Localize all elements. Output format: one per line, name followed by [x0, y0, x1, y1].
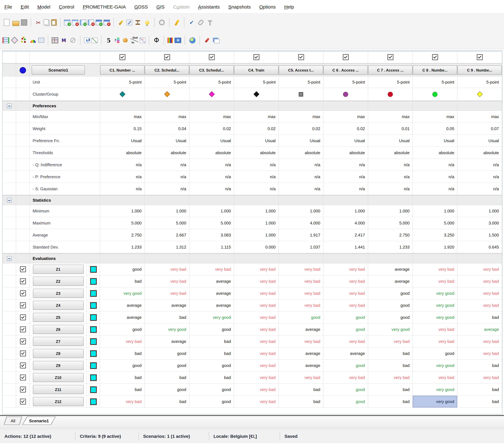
curve-icon[interactable]	[140, 37, 145, 43]
menu-item-promethee-gaia[interactable]: PROMETHEE-GAIA	[83, 4, 126, 9]
check-icon[interactable]	[188, 19, 196, 26]
gaia-diamond-icon[interactable]	[11, 36, 18, 44]
action-color-swatch-z4[interactable]	[90, 302, 96, 309]
criterion-header-c7[interactable]: C 7 . Access ...	[368, 66, 413, 75]
unit-cell-c7[interactable]: 5-point	[368, 77, 413, 88]
action-checkbox-z4[interactable]	[20, 302, 26, 308]
action-checkbox-z2[interactable]	[20, 278, 26, 284]
evaluation-cell-z8-c2[interactable]: good	[145, 348, 189, 360]
evaluation-cell-z3-c3[interactable]: average	[189, 288, 234, 299]
action-checkbox-z11[interactable]	[20, 387, 26, 393]
action-button-z12[interactable]: Z12	[33, 397, 84, 406]
open-file-icon[interactable]	[12, 21, 19, 26]
criterion-checkbox-c2[interactable]	[164, 54, 170, 60]
q-cell-c6[interactable]: n/a	[324, 159, 368, 171]
paperclip-icon[interactable]	[197, 19, 205, 26]
bar-chart-icon[interactable]	[84, 37, 90, 43]
pref-fn-cell-c1[interactable]: Usual	[100, 135, 145, 147]
action-color-swatch-z6[interactable]	[90, 326, 96, 333]
evaluation-cell-z4-c9[interactable]: very bad	[457, 299, 502, 311]
cluster-cell-c9[interactable]	[457, 88, 502, 101]
gear-icon[interactable]	[158, 19, 166, 26]
thresholds-cell-c8[interactable]: absolute	[413, 147, 457, 159]
evaluation-cell-z11-c5[interactable]: bad	[279, 384, 324, 396]
sheet-tab-scenario1[interactable]: Scenario1	[22, 417, 56, 425]
evaluation-cell-z2-c5[interactable]: very bad	[279, 275, 324, 288]
evaluation-cell-z12-c7[interactable]: bad	[368, 396, 413, 408]
evaluation-cell-z6-c6[interactable]: good	[324, 324, 368, 336]
unit-cell-c6[interactable]: 5-point	[324, 77, 368, 88]
s-cell-c8[interactable]: n/a	[413, 183, 457, 195]
evaluation-cell-z3-c5[interactable]: very bad	[279, 288, 324, 299]
evaluation-cell-z5-c6[interactable]: good	[324, 311, 368, 324]
unit-cell-c4[interactable]: 5-point	[234, 77, 279, 88]
evaluation-cell-z4-c5[interactable]: very bad	[279, 299, 324, 311]
s-cell-c3[interactable]: n/a	[189, 183, 234, 195]
menu-item-edit[interactable]: Edit	[21, 4, 29, 9]
add-criterion-icon[interactable]	[80, 20, 86, 25]
evaluation-cell-z4-c4[interactable]: very bad	[234, 299, 279, 311]
thresholds-cell-c7[interactable]: absolute	[368, 147, 413, 159]
pref-fn-cell-c3[interactable]: Usual	[189, 135, 234, 147]
evaluation-cell-z5-c7[interactable]: good	[368, 311, 413, 324]
p-cell-c3[interactable]: n/a	[189, 171, 234, 183]
criterion-header-c8[interactable]: C 8 . Numbe...	[413, 66, 457, 75]
cut-icon[interactable]	[35, 19, 42, 26]
evaluation-cell-z3-c9[interactable]: very bad	[457, 288, 502, 299]
evaluation-cell-z5-c3[interactable]: very good	[189, 311, 234, 324]
evaluation-cell-z12-c9[interactable]: bad	[457, 396, 502, 408]
evaluation-cell-z7-c8[interactable]: very bad	[413, 336, 457, 348]
minmax-cell-c1[interactable]: max	[100, 111, 145, 123]
action-button-z8[interactable]: Z8	[33, 349, 84, 358]
minmax-cell-c3[interactable]: max	[189, 111, 234, 123]
no-sign-icon[interactable]	[69, 36, 77, 44]
unit-cell-c2[interactable]: 5-point	[145, 77, 189, 88]
evaluation-cell-z9-c6[interactable]: good	[324, 360, 368, 372]
cluster-cell-c1[interactable]	[100, 88, 145, 101]
criterion-checkbox-c4[interactable]	[253, 54, 259, 60]
evaluation-cell-z3-c1[interactable]: very good	[100, 288, 145, 299]
copy-icon[interactable]	[44, 19, 49, 25]
evaluation-cell-z9-c9[interactable]: bad	[457, 360, 502, 372]
cluster-cell-c3[interactable]	[189, 88, 234, 101]
delete-scenario-icon[interactable]	[104, 20, 110, 25]
p-cell-c7[interactable]: n/a	[368, 171, 413, 183]
save-icon[interactable]	[21, 19, 27, 26]
sheet-tab-all[interactable]: All	[4, 417, 22, 425]
evaluation-cell-z2-c8[interactable]: very bad	[413, 275, 457, 288]
criterion-checkbox-c9[interactable]	[477, 54, 483, 60]
evaluation-cell-z6-c3[interactable]: good	[189, 324, 234, 336]
ladder-icon[interactable]	[2, 37, 9, 43]
weight-cell-c6[interactable]: 0.02	[324, 123, 368, 135]
out-in-icon[interactable]	[130, 36, 138, 44]
pref-fn-cell-c5[interactable]: Usual	[279, 135, 324, 147]
cluster-cell-c2[interactable]	[145, 88, 189, 101]
unit-cell-c5[interactable]: 5-point	[279, 77, 324, 88]
action-button-z10[interactable]: Z10	[33, 373, 84, 382]
multibars-icon[interactable]	[168, 37, 173, 43]
menu-item-custom[interactable]: Custom	[173, 4, 189, 9]
weight-cell-c5[interactable]: 0.02	[279, 123, 324, 135]
evaluation-cell-z4-c2[interactable]: average	[145, 299, 189, 311]
evaluation-cell-z3-c2[interactable]: very bad	[145, 288, 189, 299]
evaluation-cell-z12-c8[interactable]: very good	[413, 396, 457, 408]
q-cell-c4[interactable]: n/a	[234, 159, 279, 171]
minmax-cell-c9[interactable]: max	[457, 111, 502, 123]
rainbow-icon[interactable]	[29, 36, 37, 44]
evaluation-cell-z11-c1[interactable]: bad	[100, 384, 145, 396]
cluster-cell-c7[interactable]	[368, 88, 413, 101]
evaluation-cell-z12-c2[interactable]: bad	[145, 396, 189, 408]
menu-item-control[interactable]: Control	[59, 4, 74, 9]
collapse-statistics-button[interactable]	[7, 198, 12, 203]
action-button-z11[interactable]: Z11	[33, 385, 84, 394]
action-color-swatch-z3[interactable]	[90, 290, 96, 296]
weight-cell-c4[interactable]: 0.02	[234, 123, 279, 135]
evaluation-cell-z5-c9[interactable]: bad	[457, 311, 502, 324]
evaluation-cell-z11-c2[interactable]: good	[145, 384, 189, 396]
evaluation-cell-z9-c4[interactable]: very bad	[234, 360, 279, 372]
s-cell-c4[interactable]: n/a	[234, 183, 279, 195]
menu-item-help[interactable]: Help	[284, 4, 294, 9]
action-button-z5[interactable]: Z5	[33, 313, 84, 322]
evaluation-cell-z1-c9[interactable]: very bad	[457, 263, 502, 275]
evaluation-cell-z7-c3[interactable]: bad	[189, 336, 234, 348]
